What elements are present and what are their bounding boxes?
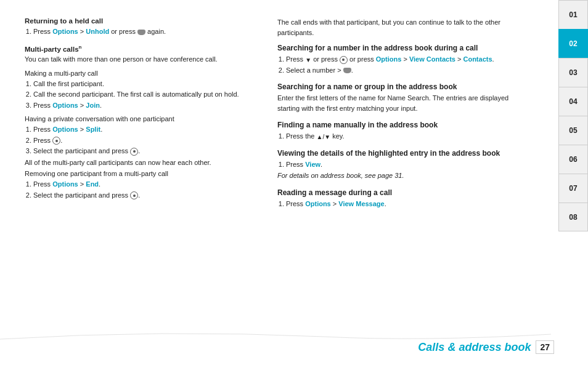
private-footer-text: All of the multi-party call participants…	[25, 158, 259, 168]
sidebar-item-08[interactable]: 08	[558, 203, 588, 231]
action-link-end[interactable]: End	[86, 180, 99, 188]
section-body-multiparty-intro: You can talk with more than one person o…	[25, 54, 259, 65]
options-link-viewcontacts[interactable]: Options	[376, 55, 402, 63]
section-body-viewing-details: Press View. For details on address book,…	[277, 159, 512, 181]
viewing-footer-italic: For details on address book, see page 31…	[277, 170, 512, 181]
sidebar-item-02[interactable]: 02	[558, 29, 588, 58]
chapter-sidebar: 01 02 03 04 05 06 07 08	[558, 0, 588, 365]
page-footer: Calls & address book 27	[418, 340, 554, 354]
section-searching-name: Searching for a name or group in the add…	[277, 82, 512, 113]
superscript-n: n	[79, 44, 82, 50]
sidebar-item-06[interactable]: 06	[558, 145, 588, 174]
section-reading-message: Reading a message during a call Press Op…	[277, 188, 512, 209]
sidebar-item-03[interactable]: 03	[558, 58, 588, 87]
section-returning-held: Returning to a held call Press Options >…	[25, 17, 259, 37]
subsection-title-removing: Removing one participant from a multi-pa…	[25, 170, 259, 177]
action-link-contacts[interactable]: Contacts	[463, 55, 492, 63]
section-private-conversation: Having a private conversation with one p…	[25, 115, 259, 167]
section-title-returning: Returning to a held call	[25, 17, 259, 25]
action-link-join[interactable]: Join	[86, 102, 100, 109]
section-title-finding-name: Finding a name manually in the address b…	[277, 121, 512, 129]
options-link-unhold[interactable]: Options	[52, 28, 78, 35]
options-link-end[interactable]: Options	[52, 180, 78, 188]
section-body-returning: Press Options > Unhold or press again.	[25, 26, 259, 37]
section-title-searching-number: Searching for a number in the address bo…	[277, 44, 512, 52]
section-title-multiparty: Multi-party callsn	[25, 44, 259, 53]
section-body-searching-number: Press ▼ or press or press Options > View…	[277, 54, 512, 75]
section-title-reading-message: Reading a message during a call	[277, 188, 512, 197]
intro-text: The call ends with that participant, but…	[277, 17, 512, 38]
subsection-body-making: Call the first participant. Call the sec…	[25, 79, 259, 111]
section-title-viewing-details: Viewing the details of the highlighted e…	[277, 149, 512, 158]
section-finding-name: Finding a name manually in the address b…	[277, 121, 512, 142]
sidebar-item-01[interactable]: 01	[558, 0, 588, 29]
section-removing-participant: Removing one participant from a multi-pa…	[25, 170, 259, 200]
options-link-viewmessage[interactable]: Options	[305, 200, 331, 207]
section-making-multiparty: Making a multi-party call Call the first…	[25, 70, 259, 111]
sidebar-item-07[interactable]: 07	[558, 174, 588, 203]
section-body-reading-message: Press Options > View Message.	[277, 199, 512, 209]
section-searching-number: Searching for a number in the address bo…	[277, 44, 512, 75]
right-column: The call ends with that participant, but…	[277, 17, 512, 353]
action-link-viewcontacts[interactable]: View Contacts	[409, 55, 455, 63]
section-title-searching-name: Searching for a name or group in the add…	[277, 82, 512, 91]
section-body-searching-name: Enter the first letters of the name for …	[277, 93, 512, 113]
sidebar-item-05[interactable]: 05	[558, 116, 588, 145]
action-link-view[interactable]: View	[305, 161, 321, 168]
action-link-viewmessage[interactable]: View Message	[338, 200, 384, 207]
options-link-join[interactable]: Options	[52, 102, 78, 109]
action-link-split[interactable]: Split	[86, 126, 100, 133]
subsection-body-removing: Press Options > End. Select the particip…	[25, 179, 259, 200]
subsection-title-private: Having a private conversation with one p…	[25, 115, 259, 122]
subsection-body-private: Press Options > Split. Press . Select th…	[25, 124, 259, 167]
footer-page-number: 27	[536, 340, 554, 354]
left-column: Returning to a held call Press Options >…	[25, 17, 259, 353]
section-body-finding-name: Press the ▲/▼ key.	[277, 131, 512, 142]
section-viewing-details: Viewing the details of the highlighted e…	[277, 149, 512, 181]
action-link-unhold[interactable]: Unhold	[86, 28, 109, 35]
footer-title: Calls & address book	[418, 341, 531, 354]
sidebar-item-04[interactable]: 04	[558, 87, 588, 116]
options-link-split[interactable]: Options	[52, 126, 78, 133]
section-multiparty: Multi-party callsn You can talk with mor…	[25, 44, 259, 201]
subsection-title-making: Making a multi-party call	[25, 70, 259, 77]
